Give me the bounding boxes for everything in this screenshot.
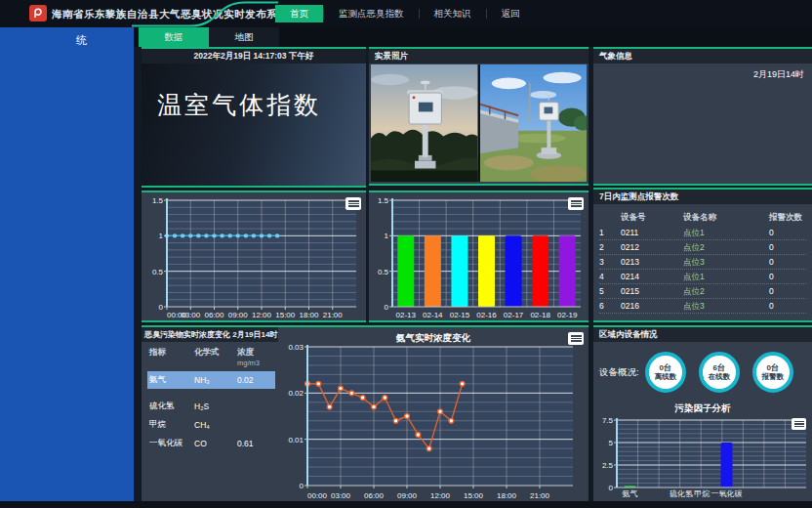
alarm-title: 7日内监测点报警次数 xyxy=(593,190,812,204)
svg-text:06:00: 06:00 xyxy=(364,491,385,500)
pollutant-row-CH₄[interactable]: 甲烷CH₄ xyxy=(147,416,275,434)
svg-text:02-14: 02-14 xyxy=(423,311,443,319)
chart-menu-icon[interactable] xyxy=(568,332,584,345)
svg-text:1.5: 1.5 xyxy=(152,196,164,205)
greeting-body: 温室气体指数 xyxy=(142,64,366,186)
alarm-table-row: 50215点位20 xyxy=(599,284,806,299)
nav-item-odor-index[interactable]: 监测点恶臭指数 xyxy=(324,5,419,22)
page-headline: 温室气体指数 xyxy=(157,89,366,121)
site-photo-day xyxy=(480,64,588,182)
svg-text:一氧化碳: 一氧化碳 xyxy=(711,489,743,498)
svg-text:氨气: 氨气 xyxy=(623,489,638,498)
bottom-strip xyxy=(0,501,812,508)
alarm-table-header: 设备号设备名称报警次数 xyxy=(599,209,806,226)
svg-text:09:00: 09:00 xyxy=(228,311,249,319)
svg-text:18:00: 18:00 xyxy=(497,491,517,500)
svg-text:0: 0 xyxy=(300,482,304,490)
svg-text:硫化氢: 硫化氢 xyxy=(670,489,693,498)
nav-item-home[interactable]: 首页 xyxy=(275,5,323,22)
svg-text:02-13: 02-13 xyxy=(396,311,417,319)
svg-text:甲烷: 甲烷 xyxy=(694,489,710,498)
svg-text:0: 0 xyxy=(609,484,614,492)
svg-text:21:00: 21:00 xyxy=(530,491,550,500)
alarm-panel: 7日内监测点报警次数 设备号设备名称报警次数10211点位1020212点位20… xyxy=(593,188,812,322)
svg-text:03:00: 03:00 xyxy=(181,311,201,319)
topbar: 海南省乐东黎族自治县大气恶臭状况实时发布系 首页监测点恶臭指数相关知识返回 xyxy=(0,0,812,27)
title-wrap-text: 统 xyxy=(0,27,134,48)
device-overview: 设备概况: 0台离线数6台在线数0台报警数 xyxy=(593,342,793,402)
greenhouse-line-chart: 00:0003:0006:0009:0012:0015:0018:0021:00… xyxy=(142,192,366,320)
logo-icon xyxy=(29,5,47,21)
app-window: 海南省乐东黎族自治县大气恶臭状况实时发布系 首页监测点恶臭指数相关知识返回 数据… xyxy=(0,0,812,508)
svg-text:0.02: 0.02 xyxy=(288,389,304,398)
alarm-table-row: 10211点位10 xyxy=(599,226,806,240)
devices-panel: 区域内设备情况 设备概况: 0台离线数6台在线数0台报警数 污染因子分析 氨气硫… xyxy=(593,325,812,503)
device-stat-circle: 0台报警数 xyxy=(752,352,793,393)
svg-text:12:00: 12:00 xyxy=(252,311,272,319)
svg-text:15:00: 15:00 xyxy=(275,311,296,319)
factor-bar-chart: 氨气硫化氢甲烷一氧化碳02.557.5 xyxy=(595,416,810,499)
sidebar: 统 xyxy=(0,27,134,502)
svg-text:21:00: 21:00 xyxy=(323,311,344,319)
weather-timestamp: 2月19日14时 xyxy=(753,68,804,81)
svg-text:02-15: 02-15 xyxy=(450,311,470,319)
pollutant-list: 恶臭污染物实时浓度变化 2月19日14时 指标化学式浓度mg/m3氨气NH₃0.… xyxy=(142,327,278,501)
chart-menu-icon[interactable] xyxy=(568,197,584,210)
photos-panel: 实景照片 xyxy=(369,47,589,186)
greeting-panel: 2022年2月19日 14:17:03 下午好 温室气体指数 xyxy=(142,47,366,188)
svg-text:1: 1 xyxy=(159,232,164,240)
devices-title: 区域内设备情况 xyxy=(593,327,812,342)
pollutants-title: 恶臭污染物实时浓度变化 2月19日14时 xyxy=(142,327,278,342)
chart-menu-icon[interactable] xyxy=(345,197,361,210)
photo-row xyxy=(371,64,587,182)
nav-item-knowledge[interactable]: 相关知识 xyxy=(420,5,486,22)
alarm-table-row: 40214点位10 xyxy=(599,270,806,284)
svg-text:0.5: 0.5 xyxy=(378,268,389,276)
main-nav: 首页监测点恶臭指数相关知识返回 xyxy=(275,0,535,27)
nh3-line-chart: 00:0003:0006:0009:0012:0015:0018:0021:00… xyxy=(278,327,589,501)
svg-text:09:00: 09:00 xyxy=(397,491,418,500)
svg-text:03:00: 03:00 xyxy=(331,491,351,500)
device-stat-circle: 0台离线数 xyxy=(645,352,686,393)
svg-text:7.5: 7.5 xyxy=(602,416,614,425)
svg-text:0.5: 0.5 xyxy=(152,268,164,276)
datetime-text: 2022年2月19日 14:17:03 下午好 xyxy=(142,49,366,64)
logo-glyph xyxy=(32,8,44,20)
weather-title: 气象信息 xyxy=(593,49,812,64)
nh3-chart-title: 氨气实时浓度变化 xyxy=(278,332,589,345)
tab-data[interactable]: 数据 xyxy=(139,27,209,47)
tab-map[interactable]: 地图 xyxy=(209,27,279,47)
svg-text:02-16: 02-16 xyxy=(476,311,497,319)
chart-menu-icon[interactable] xyxy=(792,418,806,430)
svg-text:0: 0 xyxy=(159,303,164,312)
pollutants-panel: 恶臭污染物实时浓度变化 2月19日14时 指标化学式浓度mg/m3氨气NH₃0.… xyxy=(142,325,589,503)
tab-strip: 数据地图 xyxy=(134,27,812,47)
svg-text:1: 1 xyxy=(385,232,389,240)
svg-text:00:00: 00:00 xyxy=(307,491,328,500)
svg-text:02-17: 02-17 xyxy=(504,311,524,319)
nh3_line-svg: 00:0003:0006:0009:0012:0015:0018:0021:00… xyxy=(278,327,589,501)
alarm-table-row: 30213点位30 xyxy=(599,255,806,270)
analysis-title: 污染因子分析 xyxy=(593,402,812,415)
decorative-swoosh xyxy=(132,0,278,27)
pollutant-row-NH₃[interactable]: 氨气NH₃0.02 xyxy=(147,371,275,389)
greenhouse_line-svg: 00:0003:0006:0009:0012:0015:0018:0021:00… xyxy=(142,192,366,320)
svg-text:02-19: 02-19 xyxy=(557,311,578,319)
factor_bar-svg: 氨气硫化氢甲烷一氧化碳02.557.5 xyxy=(595,416,810,499)
svg-text:15:00: 15:00 xyxy=(464,491,484,500)
overview-label: 设备概况: xyxy=(599,366,639,379)
daily_bar-svg: 02-1302-1402-1502-1602-1702-1802-1900.51… xyxy=(369,192,589,320)
alarm-table-row: 20212点位20 xyxy=(599,240,806,255)
greenhouse-chart-panel: 00:0003:0006:0009:0012:0015:0018:0021:00… xyxy=(142,190,366,322)
alarm-table-row: 60216点位30 xyxy=(599,299,806,314)
pollutant-row-H₂S[interactable]: 硫化氢H₂S xyxy=(147,398,275,415)
pollutant-table-header: 指标化学式浓度mg/m3 xyxy=(147,347,275,370)
svg-text:06:00: 06:00 xyxy=(204,311,224,319)
svg-text:02-18: 02-18 xyxy=(530,311,550,319)
nav-item-back[interactable]: 返回 xyxy=(487,5,535,22)
pollutant-row-CO[interactable]: 一氧化碳CO0.61 xyxy=(147,435,275,452)
alarm-table: 设备号设备名称报警次数10211点位1020212点位2030213点位3040… xyxy=(593,204,812,314)
photos-title: 实景照片 xyxy=(369,49,589,64)
svg-text:2.5: 2.5 xyxy=(602,461,614,470)
device-circles: 0台离线数6台在线数0台报警数 xyxy=(645,352,793,393)
